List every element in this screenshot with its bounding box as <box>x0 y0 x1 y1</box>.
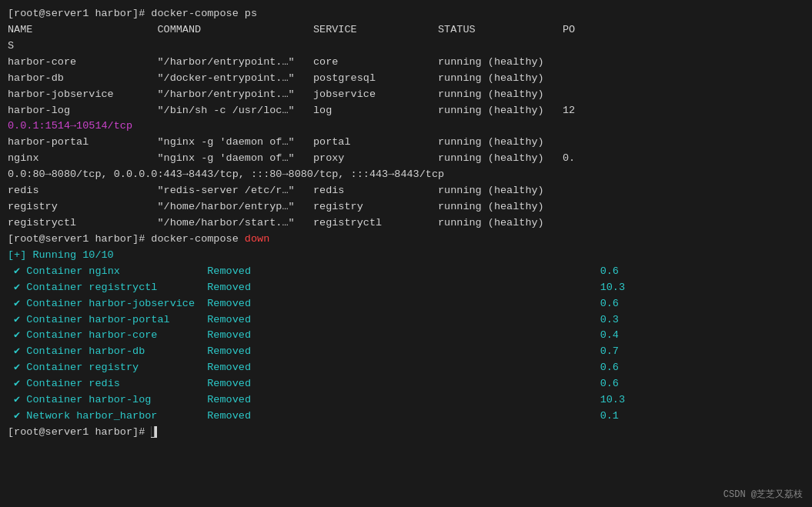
line-20: ✔ Container harbor-db Removed 0.7 <box>8 344 804 360</box>
line-7: harbor-log "/bin/sh -c /usr/loc…" log ru… <box>8 103 804 119</box>
terminal-window: [root@server1 harbor]# docker-compose ps… <box>0 0 812 507</box>
line-18: ✔ Container harbor-portal Removed 0.3 <box>8 312 804 329</box>
line-24: ✔ Network harbor_harbor Removed 0.1 <box>8 409 804 425</box>
line-2: NAME COMMAND SERVICE STATUS PO <box>8 22 804 38</box>
line-25: [root@server1 harbor]# ▌ <box>8 425 804 441</box>
line-4: harbor-core "/harbor/entrypoint.…" core … <box>8 55 804 71</box>
line-9b: 0.0:80→8080/tcp, 0.0.0.0:443→8443/tcp, :… <box>8 167 804 183</box>
line-13: [root@server1 harbor]# docker-compose do… <box>8 232 804 248</box>
line-5: harbor-db "/docker-entrypoint.…" postgre… <box>8 71 804 87</box>
watermark: CSDN @芝芝又荔枝 <box>723 488 803 501</box>
line-14: [+] Running 10/10 <box>8 248 804 264</box>
line-21: ✔ Container registry Removed 0.6 <box>8 360 804 376</box>
line-22: ✔ Container redis Removed 0.6 <box>8 376 804 392</box>
line-6: harbor-jobservice "/harbor/entrypoint.…"… <box>8 87 804 103</box>
line-15: ✔ Container nginx Removed 0.6 <box>8 264 804 280</box>
line-8: harbor-portal "nginx -g 'daemon of…" por… <box>8 135 804 151</box>
line-1: [root@server1 harbor]# docker-compose ps <box>8 6 804 22</box>
line-3: S <box>8 38 804 55</box>
line-11: registry "/home/harbor/entryp…" registry… <box>8 199 804 215</box>
line-17: ✔ Container harbor-jobservice Removed 0.… <box>8 296 804 312</box>
line-9: nginx "nginx -g 'daemon of…" proxy runni… <box>8 151 804 167</box>
line-7b: 0.0.1:1514→10514/tcp <box>8 118 804 135</box>
line-23: ✔ Container harbor-log Removed 10.3 <box>8 392 804 409</box>
line-16: ✔ Container registryctl Removed 10.3 <box>8 280 804 296</box>
line-19: ✔ Container harbor-core Removed 0.4 <box>8 328 804 344</box>
line-12: registryctl "/home/harbor/start.…" regis… <box>8 215 804 232</box>
line-10: redis "redis-server /etc/r…" redis runni… <box>8 183 804 199</box>
